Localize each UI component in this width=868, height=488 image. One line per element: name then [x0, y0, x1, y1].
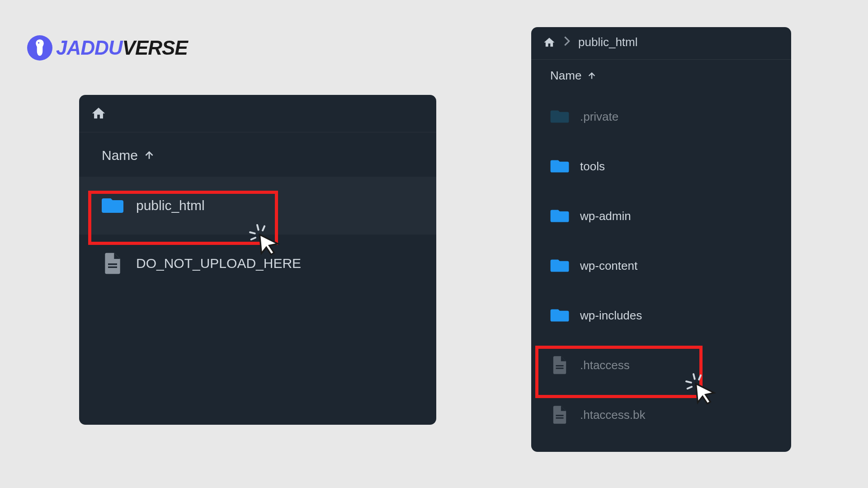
svg-point-0 — [38, 42, 39, 43]
logo-badge-icon — [27, 35, 52, 61]
file-row-label: wp-content — [580, 259, 637, 273]
file-row-label: .htaccess — [580, 358, 630, 372]
logo-text-part2: VERSE — [123, 37, 188, 59]
logo-text-part1: JADDU — [56, 37, 123, 59]
file-list: public_html DO_NOT_UPLOAD_HERE — [79, 177, 436, 292]
svg-rect-7 — [556, 365, 564, 366]
folder-row-wp-content[interactable]: wp-content — [531, 241, 791, 291]
file-icon — [102, 253, 123, 274]
file-row-label: .private — [580, 110, 618, 124]
folder-icon — [550, 157, 569, 176]
breadcrumb-current[interactable]: public_html — [578, 35, 638, 49]
svg-rect-9 — [556, 415, 564, 416]
svg-rect-1 — [108, 263, 117, 265]
file-row-label: tools — [580, 160, 605, 174]
folder-icon — [550, 256, 569, 275]
column-header-label: Name — [550, 69, 581, 83]
folder-row-private[interactable]: .private — [531, 92, 791, 141]
breadcrumb-bar: public_html — [531, 27, 791, 60]
file-icon — [550, 405, 569, 424]
svg-rect-2 — [108, 267, 117, 268]
file-row-htaccess[interactable]: .htaccess — [531, 340, 791, 390]
file-row-label: wp-includes — [580, 309, 642, 323]
file-manager-folder-panel: public_html Name .private tools wp-admin — [531, 27, 791, 452]
sort-arrow-up-icon — [587, 71, 597, 81]
folder-row-public-html[interactable]: public_html — [79, 177, 436, 235]
chevron-right-icon — [564, 36, 570, 49]
file-row-do-not-upload[interactable]: DO_NOT_UPLOAD_HERE — [79, 235, 436, 292]
brand-logo: JADDUVERSE — [27, 35, 188, 61]
column-header-name[interactable]: Name — [79, 134, 436, 177]
file-row-label: DO_NOT_UPLOAD_HERE — [136, 256, 301, 271]
sort-arrow-up-icon — [143, 150, 155, 161]
file-row-htaccess-bk[interactable]: .htaccess.bk — [531, 390, 791, 440]
file-row-label: public_html — [136, 198, 205, 213]
home-icon[interactable] — [543, 36, 556, 49]
column-header-name[interactable]: Name — [531, 60, 791, 92]
folder-row-wp-includes[interactable]: wp-includes — [531, 291, 791, 340]
folder-icon — [102, 195, 123, 216]
column-header-label: Name — [102, 148, 138, 163]
breadcrumb-bar — [79, 95, 436, 132]
file-list: .private tools wp-admin wp-content wp-in… — [531, 92, 791, 440]
file-row-label: wp-admin — [580, 209, 631, 223]
folder-icon — [550, 206, 569, 225]
folder-icon — [550, 306, 569, 325]
folder-row-tools[interactable]: tools — [531, 141, 791, 191]
folder-icon — [550, 107, 569, 126]
svg-rect-8 — [556, 368, 564, 369]
file-row-label: .htaccess.bk — [580, 408, 646, 422]
file-manager-root-panel: Name public_html DO_NOT_UPLOAD_HERE — [79, 95, 436, 425]
folder-row-wp-admin[interactable]: wp-admin — [531, 191, 791, 241]
logo-text: JADDUVERSE — [56, 37, 188, 59]
file-icon — [550, 356, 569, 375]
home-icon[interactable] — [91, 106, 106, 121]
svg-rect-10 — [556, 418, 564, 419]
